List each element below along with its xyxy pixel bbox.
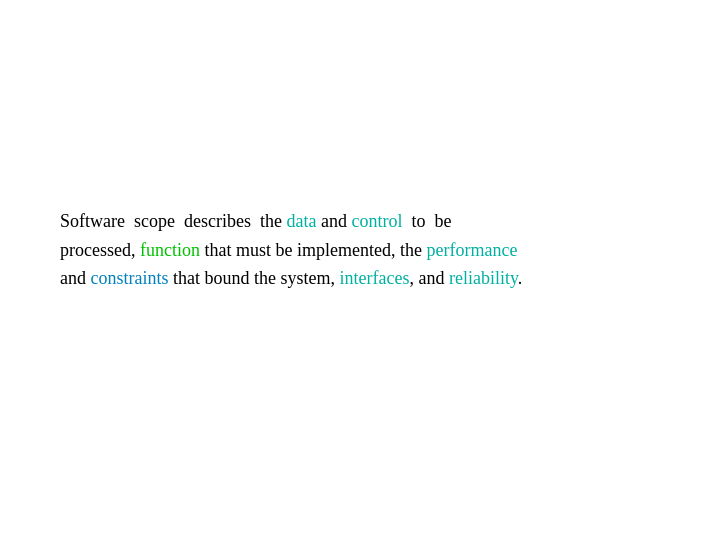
text-processed: processed,	[60, 240, 140, 260]
text-software-scope: Software scope describes the	[60, 211, 286, 231]
text-to-be: to be	[402, 211, 451, 231]
text-interfaces: interfaces	[339, 268, 409, 288]
line3: and constraints that bound the system, i…	[60, 268, 522, 288]
text-control: control	[351, 211, 402, 231]
text-that-must: that must be implemented, the	[200, 240, 426, 260]
text-bound: that bound the system,	[169, 268, 340, 288]
text-reliability: reliability	[449, 268, 518, 288]
text-and: and	[60, 268, 91, 288]
text-function: function	[140, 240, 200, 260]
line1: Software scope describes the data and co…	[60, 211, 451, 231]
paragraph: Software scope describes the data and co…	[60, 207, 522, 293]
line2: processed, function that must be impleme…	[60, 240, 517, 260]
text-and-control: and	[316, 211, 351, 231]
text-data: data	[286, 211, 316, 231]
text-performance: performance	[426, 240, 517, 260]
text-comma-and: , and	[409, 268, 449, 288]
main-content: Software scope describes the data and co…	[0, 207, 582, 293]
text-period: .	[518, 268, 523, 288]
text-constraints: constraints	[91, 268, 169, 288]
